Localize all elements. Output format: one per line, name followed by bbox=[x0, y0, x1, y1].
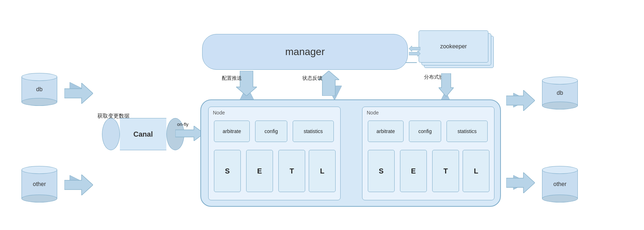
target-other-label: other bbox=[553, 181, 566, 187]
source-db: db bbox=[20, 70, 59, 109]
node2-l: L bbox=[463, 150, 489, 192]
canal-label: Canal bbox=[133, 130, 153, 138]
svg-marker-22 bbox=[506, 90, 535, 111]
svg-marker-18 bbox=[318, 71, 339, 96]
canal-shape: Canal bbox=[102, 118, 184, 150]
node2-s: S bbox=[368, 150, 395, 192]
diagram: db other 获取变更数据 Canal bbox=[0, 0, 644, 230]
node2-box: Node arbitrate config statistics S E bbox=[362, 107, 494, 200]
node1-l: L bbox=[309, 150, 336, 192]
output-other-arrow bbox=[506, 172, 535, 195]
node2-t: T bbox=[432, 150, 459, 192]
svg-marker-20 bbox=[409, 51, 420, 57]
on-fly-arrow bbox=[175, 126, 204, 142]
node1-box: Node arbitrate config statistics S E bbox=[208, 107, 341, 200]
zookeeper-stack: zookeeper bbox=[419, 30, 494, 72]
manager-box: manager bbox=[202, 34, 408, 70]
output-db-arrow bbox=[506, 90, 535, 112]
svg-marker-19 bbox=[409, 46, 420, 52]
manager-zoo-arrow bbox=[409, 46, 420, 58]
state-feedback-label: 状态反馈 bbox=[302, 75, 322, 82]
node1-s: S bbox=[214, 150, 241, 192]
other-to-canal-arrow bbox=[64, 175, 93, 197]
target-db: db bbox=[540, 73, 580, 113]
node2-e: E bbox=[400, 150, 427, 192]
svg-marker-21 bbox=[439, 73, 454, 97]
target-other: other bbox=[540, 163, 580, 206]
node1-statistics: statistics bbox=[293, 121, 334, 142]
svg-marker-15 bbox=[64, 175, 93, 195]
source-other: other bbox=[20, 163, 59, 206]
node1-e: E bbox=[246, 150, 273, 192]
source-db-label: db bbox=[36, 86, 43, 93]
zookeeper-label: zookeeper bbox=[440, 43, 467, 50]
manager-label: manager bbox=[285, 46, 325, 58]
node2-label: Node bbox=[367, 110, 379, 116]
source-other-label: other bbox=[33, 181, 46, 187]
cluster-box: Node arbitrate config statistics S E bbox=[200, 99, 501, 207]
svg-marker-16 bbox=[175, 126, 204, 141]
node2-statistics: statistics bbox=[447, 121, 488, 142]
target-db-label: db bbox=[557, 90, 563, 96]
zoo-down-arrow bbox=[439, 73, 454, 98]
svg-marker-17 bbox=[236, 71, 257, 96]
node1-label: Node bbox=[213, 110, 225, 116]
on-fly-label: on-fly bbox=[177, 122, 189, 127]
node2-arbitrate: arbitrate bbox=[368, 121, 404, 142]
node1-config: config bbox=[255, 121, 287, 142]
svg-marker-23 bbox=[506, 172, 535, 193]
db-to-canal-arrow bbox=[64, 83, 93, 105]
svg-marker-14 bbox=[64, 83, 93, 104]
node1-t: T bbox=[278, 150, 305, 192]
node2-config: config bbox=[409, 121, 441, 142]
node1-arbitrate: arbitrate bbox=[214, 121, 250, 142]
config-push-label: 配置推送 bbox=[222, 75, 242, 82]
